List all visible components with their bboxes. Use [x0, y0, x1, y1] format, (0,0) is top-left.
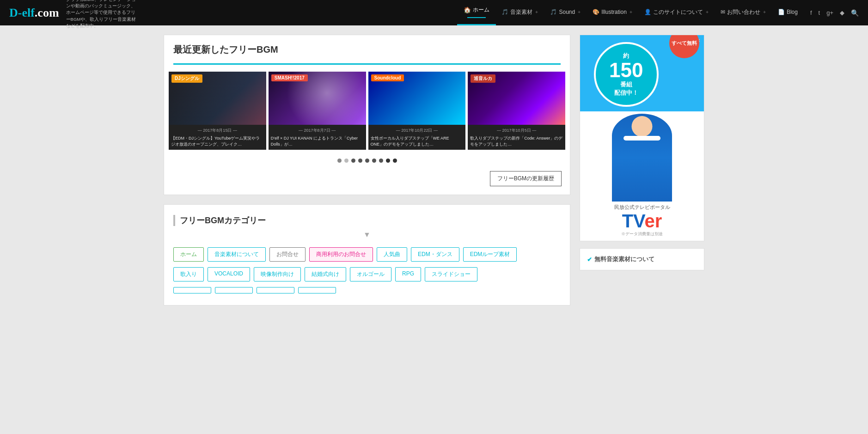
carousel-dots	[164, 152, 570, 167]
social-icons: f t g+ ◆ 🔍	[810, 9, 859, 17]
nav-item-blog[interactable]: 📄 Blog	[772, 0, 803, 25]
badge-4: 巡音ルカ	[471, 74, 495, 83]
tag-row-1: ホーム 音楽素材について お問合せ 商用利用のお問合せ 人気曲 EDM・ダンス …	[173, 247, 561, 262]
carousel-item-2[interactable]: SMASH!!2017 — 2017年8月7日 — D'elf × DJ YUI…	[269, 72, 366, 150]
googleplus-icon[interactable]: g+	[826, 9, 833, 16]
search-icon[interactable]: 🔍	[851, 9, 859, 17]
text-4: 歌入りダブステップの新作「Code: Answer」のデモをアップしました…	[470, 134, 563, 148]
category-title: フリーBGMカテゴリー	[173, 215, 561, 226]
date-3: — 2017年10月22日 —	[371, 127, 464, 134]
tag-slideshow[interactable]: スライドショー	[425, 267, 477, 281]
twitter-icon[interactable]: t	[819, 9, 820, 16]
tag-video[interactable]: 映像制作向け	[254, 267, 301, 281]
tag-placeholder-3[interactable]	[257, 287, 294, 293]
plus-icon-2: ＋	[577, 9, 581, 15]
ad-free-badge: すべて無料	[669, 35, 699, 58]
update-history-button[interactable]: フリーBGMの更新履歴	[490, 171, 562, 186]
sound-icon: 🎵	[550, 9, 557, 15]
header: D-elf.com クラブ系EDM、プレゼンテーションや動画のバックミュージック…	[0, 0, 868, 25]
dot-5[interactable]	[365, 159, 369, 163]
carousel-item-1[interactable]: DJシングル — 2017年8月15日 — 【EDM・DJシングル】YouTub…	[169, 72, 266, 150]
ad-label: 配信中！	[614, 89, 638, 97]
tag-edm-dance[interactable]: EDM・ダンス	[411, 247, 459, 262]
nav-item-contact[interactable]: ✉ お問い合わせ ＋	[715, 0, 772, 25]
plus-icon-1: ＋	[534, 9, 539, 15]
badge-3: Soundcloud	[371, 74, 404, 81]
category-section: フリーBGMカテゴリー ▼ ホーム 音楽素材について お問合せ 商用利用のお問合…	[164, 204, 570, 306]
tag-popular[interactable]: 人気曲	[377, 247, 407, 262]
tag-row-2: 歌入り VOCALOID 映像制作向け 結婚式向け オルゴール RPG スライド…	[173, 267, 561, 281]
dot-7[interactable]	[379, 159, 383, 163]
plus-icon-3: ＋	[629, 9, 633, 15]
plus-icon-4: ＋	[705, 9, 709, 15]
date-2: — 2017年8月7日 —	[271, 127, 364, 134]
nav-item-home[interactable]: 🏠 ホーム	[457, 0, 496, 25]
tag-placeholder-1[interactable]	[173, 287, 211, 293]
carousel-area: DJシングル — 2017年8月15日 — 【EDM・DJシングル】YouTub…	[164, 65, 570, 152]
badge-1: DJシングル	[171, 74, 202, 83]
tag-contact[interactable]: お問合せ	[269, 247, 306, 262]
category-arrow: ▼	[173, 231, 561, 239]
tag-music-about[interactable]: 音楽素材について	[208, 247, 266, 262]
text-1: 【EDM・DJシングル】YouTubeゲーム実況やラジオ放送のオープニング、ブレ…	[171, 134, 264, 148]
ad-tv-name: TVer	[585, 211, 699, 231]
tag-home[interactable]: ホーム	[173, 247, 204, 262]
dot-3[interactable]	[351, 159, 355, 163]
free-section-title: ✔ 無料音楽素材について	[587, 255, 697, 263]
nav-item-sound[interactable]: 🎵 Sound ＋	[544, 0, 587, 25]
badge-2: SMASH!!2017	[271, 74, 308, 81]
tag-vocal[interactable]: 歌入り	[173, 267, 204, 281]
header-description: クラブ系EDM、プレゼンテーションや動画のバックミュージック、ホームページ等で使…	[66, 0, 138, 29]
ad-note: ※データ消費量は別途	[585, 231, 699, 237]
sidebar-ad: ⓘ ✕ 約 150 番組 配信中！ すべて無料 民放公式テレビポー	[580, 35, 704, 241]
bgm-section: 最近更新したフリーBGM DJシングル —	[164, 35, 570, 195]
tag-rpg[interactable]: RPG	[395, 267, 421, 281]
tag-orgel[interactable]: オルゴール	[350, 267, 391, 281]
music-icon: 🎵	[501, 9, 508, 15]
logo[interactable]: D-elf.com	[9, 6, 59, 20]
ad-number: 150	[609, 60, 643, 80]
ad-unit: 番組	[620, 80, 632, 89]
date-4: — 2017年10月5日 —	[470, 127, 563, 134]
sidebar: ⓘ ✕ 約 150 番組 配信中！ すべて無料 民放公式テレビポー	[580, 35, 704, 306]
carousel-item-3[interactable]: Soundcloud — 2017年10月22日 — 女性ボーカル入りダブステッ…	[368, 72, 466, 150]
dot-6[interactable]	[372, 159, 376, 163]
check-icon: ✔	[587, 256, 592, 263]
dot-2[interactable]	[344, 159, 348, 163]
text-2: D'elf × DJ YUI KANAN によるトランス「Cyber Dolls…	[271, 134, 364, 148]
tag-wedding[interactable]: 結婚式向け	[305, 267, 346, 281]
mail-icon: ✉	[721, 9, 725, 15]
tag-row-3	[173, 287, 561, 293]
dot-1[interactable]	[337, 159, 342, 163]
illustration-icon: 🎨	[593, 9, 599, 15]
dot-9[interactable]	[393, 159, 397, 163]
carousel-item-4[interactable]: 巡音ルカ — 2017年10月5日 — 歌入りダブステップの新作「Code: A…	[468, 72, 565, 150]
dot-4[interactable]	[358, 159, 362, 163]
tag-commercial[interactable]: 商用利用のお問合せ	[309, 247, 373, 262]
ad-circle: 約 150 番組 配信中！	[594, 42, 659, 107]
carousel-items: DJシングル — 2017年8月15日 — 【EDM・DJシングル】YouTub…	[169, 72, 565, 150]
home-icon: 🏠	[464, 6, 471, 13]
facebook-icon[interactable]: f	[810, 9, 812, 16]
date-1: — 2017年8月15日 —	[171, 127, 264, 134]
tag-placeholder-4[interactable]	[298, 287, 336, 293]
tag-placeholder-2[interactable]	[215, 287, 253, 293]
person-icon: 👤	[644, 9, 651, 15]
blog-icon: 📄	[778, 9, 785, 15]
diamond-icon[interactable]: ◆	[840, 9, 844, 16]
nav-item-about[interactable]: 👤 このサイトについて ＋	[639, 0, 715, 25]
nav-item-music[interactable]: 🎵 音楽素材 ＋	[496, 0, 544, 25]
nav-item-illustration[interactable]: 🎨 Illustration ＋	[587, 0, 639, 25]
ad-person	[612, 114, 672, 202]
tag-vocaloid[interactable]: VOCALOID	[208, 267, 250, 281]
ad-tv-label: 民放公式テレビポータル	[585, 204, 699, 211]
main-nav: 🏠 ホーム 🎵 音楽素材 ＋ 🎵 Sound ＋ 🎨 Illustration …	[457, 0, 803, 25]
tag-edm-loop[interactable]: EDMループ素材	[463, 247, 517, 262]
dot-8[interactable]	[386, 159, 390, 163]
plus-icon-5: ＋	[762, 9, 767, 15]
bgm-section-title: 最近更新したフリーBGM	[164, 35, 570, 63]
text-3: 女性ボーカル入りダブステップ「WE ARE ONE」のデモをアップしました…	[371, 134, 464, 148]
sidebar-free-section: ✔ 無料音楽素材について	[580, 248, 704, 270]
